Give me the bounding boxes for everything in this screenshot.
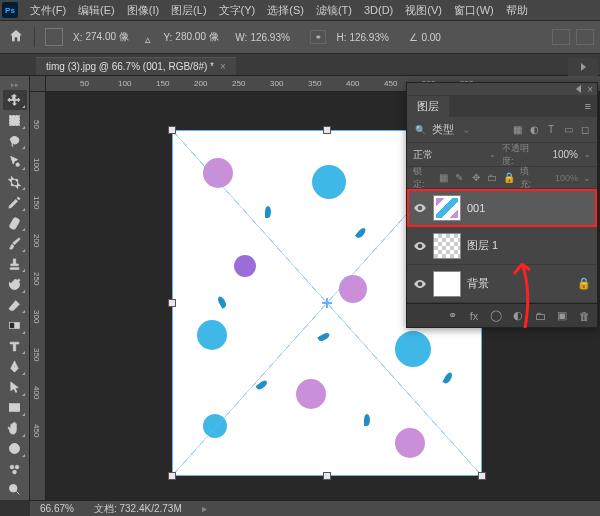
new-layer-icon[interactable]: ▣ xyxy=(555,309,569,323)
menu-type[interactable]: 文字(Y) xyxy=(213,1,262,20)
transform-handle[interactable] xyxy=(168,472,176,480)
filter-shape-icon[interactable]: ▭ xyxy=(562,124,574,136)
link-layers-icon[interactable]: ⚭ xyxy=(445,309,459,323)
layer-thumbnail[interactable] xyxy=(433,195,461,221)
chevron-down-icon[interactable]: ⌄ xyxy=(584,150,591,159)
eyedropper-tool[interactable] xyxy=(3,192,27,213)
lock-all-icon[interactable]: 🔒 xyxy=(503,172,515,184)
layer-name[interactable]: 001 xyxy=(467,202,485,214)
options-btn-2[interactable] xyxy=(576,29,594,45)
lock-brush-icon[interactable]: ✎ xyxy=(454,172,465,184)
transform-handle[interactable] xyxy=(323,126,331,134)
ruler-vertical[interactable]: 50 100 150 200 250 300 350 400 450 xyxy=(30,92,46,500)
marquee-tool[interactable] xyxy=(3,110,27,131)
group-icon[interactable]: 🗀 xyxy=(533,309,547,323)
lock-trans-icon[interactable]: ▦ xyxy=(437,172,448,184)
y-value[interactable]: 280.00 像 xyxy=(175,30,225,44)
link-icon[interactable]: ⚭ xyxy=(310,30,326,44)
hand-tool[interactable] xyxy=(3,418,27,439)
layer-thumbnail[interactable] xyxy=(433,233,461,259)
trash-icon[interactable]: 🗑 xyxy=(577,309,591,323)
zoom-tool[interactable] xyxy=(3,480,27,501)
angle-value[interactable]: 0.00 xyxy=(421,32,471,43)
reference-point-grid[interactable] xyxy=(45,28,63,46)
filter-pixel-icon[interactable]: ▦ xyxy=(511,124,523,136)
panel-collapse-icon[interactable] xyxy=(576,85,581,93)
healing-tool[interactable] xyxy=(3,213,27,234)
layer-row[interactable]: 图层 1 xyxy=(407,227,597,265)
h-value[interactable]: 126.93% xyxy=(349,32,399,43)
document-tab[interactable]: timg (3).jpg @ 66.7% (001, RGB/8#) * × xyxy=(36,57,236,75)
menu-window[interactable]: 窗口(W) xyxy=(448,1,500,20)
chevron-down-icon[interactable]: ⌄ xyxy=(489,150,496,159)
path-select-tool[interactable] xyxy=(3,377,27,398)
options-btn-1[interactable] xyxy=(552,29,570,45)
quick-select-tool[interactable] xyxy=(3,151,27,172)
layer-row[interactable]: 背景 🔒 xyxy=(407,265,597,303)
gradient-tool[interactable] xyxy=(3,315,27,336)
layer-name[interactable]: 图层 1 xyxy=(467,238,498,253)
menu-layer[interactable]: 图层(L) xyxy=(165,1,212,20)
layer-row[interactable]: 001 xyxy=(407,189,597,227)
rectangle-tool[interactable] xyxy=(3,398,27,419)
misc-tool[interactable] xyxy=(3,459,27,480)
visibility-icon[interactable] xyxy=(413,201,427,215)
transform-handle[interactable] xyxy=(168,126,176,134)
filter-type-label[interactable]: 类型 xyxy=(432,122,454,137)
menu-3d[interactable]: 3D(D) xyxy=(358,2,399,18)
close-icon[interactable]: × xyxy=(220,61,226,72)
lock-pos-icon[interactable]: ✥ xyxy=(470,172,481,184)
brush-tool[interactable] xyxy=(3,233,27,254)
menu-file[interactable]: 文件(F) xyxy=(24,1,72,20)
opacity-value[interactable]: 100% xyxy=(544,149,578,160)
panel-menu-icon[interactable]: ≡ xyxy=(585,100,591,112)
filter-search-icon[interactable]: 🔍 xyxy=(413,125,426,135)
move-tool[interactable] xyxy=(3,90,27,111)
adjustment-icon[interactable]: ◐ xyxy=(511,309,525,323)
transform-handle[interactable] xyxy=(323,472,331,480)
menu-image[interactable]: 图像(I) xyxy=(121,1,165,20)
mask-icon[interactable]: ◯ xyxy=(489,309,503,323)
menu-view[interactable]: 视图(V) xyxy=(399,1,448,20)
pen-tool[interactable] xyxy=(3,356,27,377)
filter-type-icon[interactable]: T xyxy=(545,124,557,136)
toolbar-expand-icon[interactable]: ▸▸ xyxy=(0,80,29,90)
visibility-icon[interactable] xyxy=(413,277,427,291)
x-value[interactable]: 274.00 像 xyxy=(85,30,135,44)
status-menu-icon[interactable]: ▸ xyxy=(202,503,207,514)
menu-select[interactable]: 选择(S) xyxy=(261,1,310,20)
filter-smart-icon[interactable]: ◻ xyxy=(579,124,591,136)
zoom-level[interactable]: 66.67% xyxy=(40,503,74,514)
panel-tab-layers[interactable]: 图层 xyxy=(407,96,449,117)
lock-artboard-icon[interactable]: 🗀 xyxy=(486,172,497,184)
fill-label: 填充: xyxy=(520,165,539,191)
home-icon[interactable] xyxy=(8,28,24,46)
fill-value[interactable]: 100% xyxy=(544,173,578,183)
swap-xy-icon[interactable]: ▵ xyxy=(145,33,153,41)
crop-tool[interactable] xyxy=(3,172,27,193)
transform-handle[interactable] xyxy=(478,472,486,480)
lock-icon[interactable]: 🔒 xyxy=(577,277,591,290)
visibility-icon[interactable] xyxy=(413,239,427,253)
svg-point-1 xyxy=(16,163,20,167)
filter-adjust-icon[interactable]: ◐ xyxy=(528,124,540,136)
history-brush-tool[interactable] xyxy=(3,274,27,295)
chevron-down-icon[interactable]: ⌄ xyxy=(583,173,591,183)
fx-icon[interactable]: fx xyxy=(467,309,481,323)
menu-help[interactable]: 帮助 xyxy=(500,1,534,20)
type-tool[interactable] xyxy=(3,336,27,357)
w-value[interactable]: 126.93% xyxy=(250,32,300,43)
blend-mode-select[interactable]: 正常 xyxy=(413,148,483,162)
layer-name[interactable]: 背景 xyxy=(467,276,489,291)
layer-thumbnail[interactable] xyxy=(433,271,461,297)
menu-edit[interactable]: 编辑(E) xyxy=(72,1,121,20)
transform-handle[interactable] xyxy=(168,299,176,307)
transform-center-icon[interactable] xyxy=(322,298,332,308)
menu-filter[interactable]: 滤镜(T) xyxy=(310,1,358,20)
lasso-tool[interactable] xyxy=(3,131,27,152)
stamp-tool[interactable] xyxy=(3,254,27,275)
eraser-tool[interactable] xyxy=(3,295,27,316)
panel-close-icon[interactable]: × xyxy=(587,84,593,95)
ellipse-tool[interactable] xyxy=(3,439,27,460)
panel-dock-collapse-icon[interactable] xyxy=(568,58,598,76)
